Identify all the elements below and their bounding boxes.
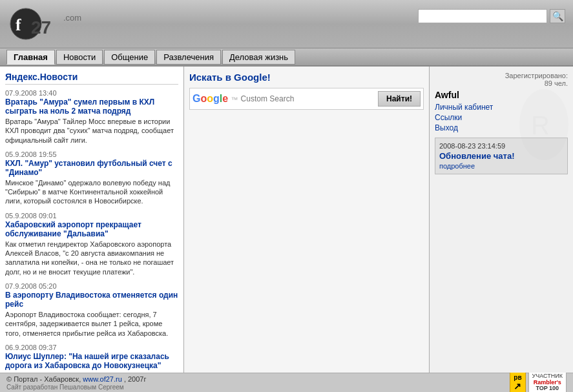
- news-item-2: 05.9.2008 19:55 КХЛ. "Амур" установил фу…: [5, 150, 178, 206]
- svg-text:R: R: [531, 111, 550, 139]
- news-item-1: 07.9.2008 13:40 Вратарь "Амура" сумел пе…: [5, 88, 178, 145]
- nav-item-news[interactable]: Новости: [56, 50, 103, 65]
- right-panel: Зарегистрировано: 89 чел. Awful Личный к…: [430, 67, 573, 373]
- nav: Главная Новости Общение Развлечения Дело…: [0, 48, 573, 67]
- search-title: Искать в Google!: [189, 72, 424, 83]
- header-search-button[interactable]: 🔍: [550, 9, 565, 23]
- search-column: Искать в Google! Google ™ Найти!: [184, 67, 430, 373]
- news-item-4: 07.9.2008 05:20 В аэропорту Владивостока…: [5, 282, 178, 338]
- footer-copyright: © Портал - Хабаровск, www.of27.ru , 2007…: [6, 375, 147, 391]
- footer-badges: рв ↗ УЧАСТНИК Rambler's TOP 100: [510, 371, 567, 392]
- news-link-1[interactable]: Вратарь "Амура" сумел первым в КХЛ сыгра…: [5, 98, 178, 116]
- news-date-1: 07.9.2008 13:40: [5, 89, 57, 97]
- nav-item-home[interactable]: Главная: [6, 50, 55, 65]
- news-date-5: 06.9.2008 09:37: [5, 344, 57, 351]
- registered-count: Зарегистрировано: 89 чел.: [435, 72, 568, 87]
- header-search: 🔍: [418, 9, 565, 23]
- footer-dev: Сайт разработан Пешаловым Сергеем: [6, 384, 124, 391]
- svg-text:.com: .com: [63, 13, 81, 23]
- news-link-2[interactable]: КХЛ. "Амур" установил футбольный счет с …: [5, 159, 178, 177]
- rambler-watermark: R: [518, 86, 570, 163]
- news-text-5: Главный тренер рижского "Динамо" Юлиус Ш…: [5, 371, 178, 373]
- news-link-4[interactable]: В аэропорту Владивостока отменяется один…: [5, 291, 178, 309]
- news-text-1: Вратарь "Амура" Тайлер Мосс впервые в ис…: [5, 117, 178, 145]
- google-logo: Google ™: [193, 93, 238, 105]
- logo: f 27 .com: [6, 5, 90, 43]
- news-link-3[interactable]: Хабаровский аэропорт прекращает обслужив…: [5, 220, 178, 238]
- news-text-2: Минское "Динамо" одержало волевую победу…: [5, 178, 178, 206]
- nav-item-business[interactable]: Деловая жизнь: [222, 50, 295, 65]
- footer-badge-rambler[interactable]: УЧАСТНИК Rambler's TOP 100: [528, 371, 567, 392]
- svg-text:f: f: [16, 15, 21, 34]
- news-text-3: Как отметил гендиректор Хабаровского аэр…: [5, 240, 178, 276]
- news-column: Яндекс.Новости 07.9.2008 13:40 Вратарь "…: [0, 67, 184, 373]
- svg-text:27: 27: [31, 17, 51, 37]
- news-text-4: Аэропорт Владивостока сообщает: сегодня,…: [5, 310, 178, 338]
- google-search-box: Google ™ Найти!: [189, 88, 424, 110]
- content-wrapper: Яндекс.Новости 07.9.2008 13:40 Вратарь "…: [0, 67, 573, 373]
- news-title: Яндекс.Новости: [5, 72, 178, 85]
- news-item-3: 05.9.2008 09:01 Хабаровский аэропорт пре…: [5, 211, 178, 276]
- news-date-4: 07.9.2008 05:20: [5, 282, 57, 290]
- header-search-input[interactable]: [418, 9, 547, 23]
- nav-item-community[interactable]: Общение: [104, 50, 155, 65]
- footer-url[interactable]: www.of27.ru: [83, 375, 122, 383]
- footer: © Портал - Хабаровск, www.of27.ru , 2007…: [0, 373, 573, 392]
- nav-item-entertainment[interactable]: Развлечения: [156, 50, 221, 65]
- logo-svg: f 27 .com: [6, 6, 84, 42]
- news-link-5[interactable]: Юлиус Шуплер: "На нашей игре сказалась д…: [5, 352, 178, 370]
- header: f 27 .com 🔍: [0, 0, 573, 48]
- news-item-5: 06.9.2008 09:37 Юлиус Шуплер: "На нашей …: [5, 343, 178, 373]
- footer-badge-rv[interactable]: рв ↗: [510, 372, 525, 392]
- news-date-3: 05.9.2008 09:01: [5, 212, 57, 220]
- google-search-button[interactable]: Найти!: [378, 91, 421, 107]
- google-search-input[interactable]: [241, 94, 378, 103]
- news-date-2: 05.9.2008 19:55: [5, 150, 57, 158]
